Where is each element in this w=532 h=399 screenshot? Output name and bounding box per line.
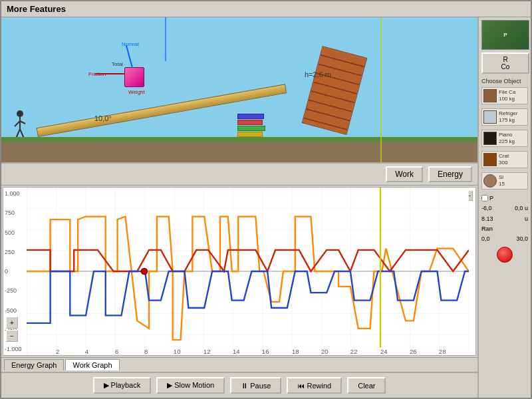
object-file-cabinet[interactable]: File Ca 100 kg xyxy=(481,87,528,104)
range-label: Ran xyxy=(481,225,528,232)
svg-text:4: 4 xyxy=(85,348,88,355)
svg-text:28: 28 xyxy=(439,348,446,355)
red-indicator[interactable] xyxy=(497,247,513,263)
graph-svg: 2 4 6 8 10 12 14 16 18 20 22 24 26 28 xyxy=(27,188,469,355)
clear-button[interactable]: Clear xyxy=(347,377,386,394)
param-checkbox[interactable] xyxy=(481,195,488,201)
human-figure xyxy=(13,110,27,137)
param-row-2: 8.13 u xyxy=(481,215,528,222)
simulation-area: Normal Friction Weight xyxy=(1,17,477,164)
main-container: More Features xyxy=(0,0,532,399)
piano-icon xyxy=(483,132,497,145)
tab-work-graph[interactable]: Work Graph xyxy=(65,359,119,370)
scene-thumbnail: P xyxy=(481,20,529,50)
crate-icon xyxy=(483,153,497,166)
svg-point-24 xyxy=(141,268,148,274)
svg-text:2: 2 xyxy=(56,348,59,355)
left-panel: Normal Friction Weight xyxy=(1,17,477,398)
zoom-in-button[interactable]: + xyxy=(6,317,18,329)
object-refrigerator[interactable]: Refriger 175 kg xyxy=(481,108,528,126)
crate-label: Crat 300 xyxy=(499,153,509,166)
svg-text:26: 26 xyxy=(410,348,417,355)
force-arrows: Normal Friction Weight xyxy=(124,67,144,87)
brick-wall xyxy=(302,46,368,135)
choose-object-label: Choose Object xyxy=(481,78,528,84)
weight-label: Weight xyxy=(128,89,145,95)
svg-text:22: 22 xyxy=(350,348,358,355)
tabs-area: Energy Graph Work Graph xyxy=(1,357,477,372)
graph-area: 1.000 750 500 250 0 -250 -500 -750 -1.00… xyxy=(3,187,476,356)
controls-bar: Work Energy xyxy=(1,164,477,186)
angle-label: 10,0° xyxy=(94,114,112,122)
normal-label: Normal xyxy=(122,41,139,47)
file-cabinet-icon xyxy=(483,89,497,102)
total-label: Total xyxy=(112,61,123,67)
title-bar: More Features xyxy=(1,1,531,17)
checkbox-row: P xyxy=(481,195,528,201)
ground xyxy=(1,142,477,162)
svg-text:8: 8 xyxy=(144,348,148,355)
sloth-icon xyxy=(483,174,497,188)
playback-bar: ▶ Playback ▶ Slow Motion ⏸ Pause ⏮ Rewin… xyxy=(1,372,477,398)
object-crate[interactable]: Crat 300 xyxy=(481,151,528,168)
fridge-icon xyxy=(483,110,497,124)
svg-line-3 xyxy=(20,121,25,124)
param-row-1: -6,0 0,0 u xyxy=(481,205,528,211)
slow-motion-button[interactable]: ▶ Slow Motion xyxy=(156,377,225,394)
zoom-controls: + − xyxy=(6,317,18,342)
svg-text:24: 24 xyxy=(380,348,388,355)
object-piano[interactable]: Piano 225 kg xyxy=(481,130,528,147)
time-marker xyxy=(380,17,382,164)
svg-text:14: 14 xyxy=(233,348,240,355)
object-sloth[interactable]: Sl 15 xyxy=(481,172,528,190)
content-area: Normal Friction Weight xyxy=(1,17,531,398)
sloth-label: Sl 15 xyxy=(499,174,505,187)
right-panel: P RCo Choose Object File Ca 100 kg Refri… xyxy=(477,17,531,398)
zoom-out-button[interactable]: − xyxy=(6,330,18,342)
range-row: 0,0 30,0 xyxy=(481,235,528,242)
fridge-label: Refriger 175 kg xyxy=(499,110,517,123)
svg-text:6: 6 xyxy=(115,348,118,355)
book-stack xyxy=(237,114,265,137)
file-cabinet-label: File Ca 100 kg xyxy=(499,89,515,102)
height-label: h=2,6 m xyxy=(305,70,331,78)
svg-line-2 xyxy=(15,121,20,126)
work-button[interactable]: Work xyxy=(386,166,423,182)
reset-button[interactable]: RCo xyxy=(481,53,529,74)
svg-text:16: 16 xyxy=(262,348,269,355)
window-title: More Features xyxy=(7,4,66,14)
svg-point-0 xyxy=(17,110,23,117)
svg-text:18: 18 xyxy=(292,348,299,355)
p-label: P xyxy=(489,195,493,201)
pause-button[interactable]: ⏸ Pause xyxy=(230,377,281,394)
grass xyxy=(1,137,477,142)
svg-text:10: 10 xyxy=(174,348,181,355)
svg-text:20: 20 xyxy=(321,348,329,355)
tab-energy-graph[interactable]: Energy Graph xyxy=(4,359,64,370)
rewind-button[interactable]: ⏮ Rewind xyxy=(287,377,342,394)
energy-button[interactable]: Energy xyxy=(428,166,472,182)
piano-label: Piano 225 kg xyxy=(499,132,515,144)
playback-button[interactable]: ▶ Playback xyxy=(93,377,152,394)
svg-text:12: 12 xyxy=(203,348,211,355)
